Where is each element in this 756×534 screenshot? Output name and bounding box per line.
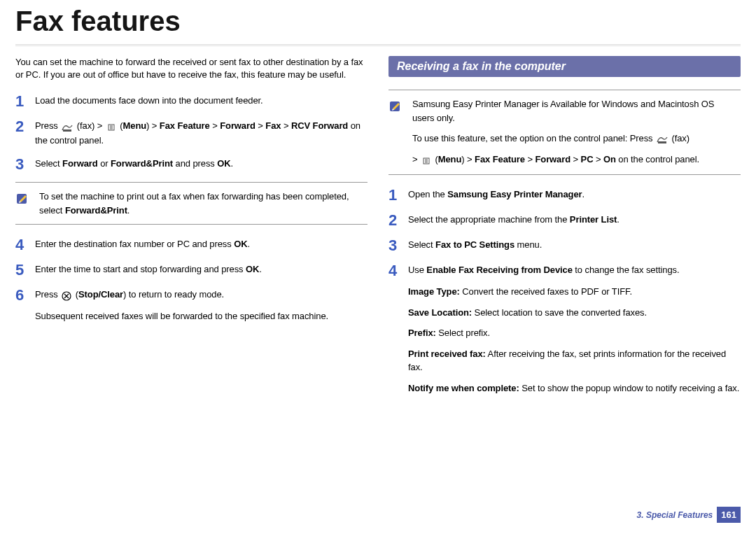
svg-rect-10 (658, 141, 666, 143)
step-1: 1 Open the Samsung Easy Printer Manager. (388, 188, 741, 203)
menu-icon (106, 120, 116, 134)
step-text: Enter the time to start and stop forward… (35, 262, 368, 278)
section-heading: Receiving a fax in the computer (388, 56, 741, 77)
sub-bullets: Image Type: Convert the received faxes t… (408, 285, 741, 395)
note-pencil-icon (388, 97, 412, 167)
note-box: To set the machine to print out a fax wh… (15, 182, 368, 225)
page-title: Fax features (0, 0, 756, 44)
step-text: Select Fax to PC Settings menu. (408, 238, 741, 253)
note-body: Samsung Easy Printer Manager is Availabl… (412, 97, 738, 167)
step-text: Select Forward or Forward&Print and pres… (35, 157, 368, 172)
step-1: 1 Load the documents face down into the … (15, 94, 368, 109)
step-number: 1 (388, 188, 408, 203)
note-box: Samsung Easy Printer Manager is Availabl… (388, 90, 741, 175)
step-2: 2 Select the appropriate machine from th… (388, 213, 741, 228)
step-number: 2 (388, 213, 408, 228)
chapter-label: 3. Special Features (637, 510, 713, 520)
stop-clear-icon (62, 288, 71, 302)
page-number: 161 (717, 507, 741, 523)
menu-icon (421, 153, 431, 167)
step-number: 6 (15, 288, 35, 323)
page-footer: 3. Special Features 161 (637, 507, 741, 523)
step-text: Enter the destination fax number or PC a… (35, 237, 368, 253)
fax-icon (62, 120, 73, 134)
step-number: 5 (15, 262, 35, 278)
step-text: Open the Samsung Easy Printer Manager. (408, 188, 741, 203)
step-text: Load the documents face down into the do… (35, 94, 368, 109)
step-4: 4 Use Enable Fax Receiving from Device t… (388, 263, 741, 402)
step-number: 1 (15, 94, 35, 109)
step-text: Press (Stop/Clear) to return to ready mo… (35, 288, 368, 323)
step-4: 4 Enter the destination fax number or PC… (15, 237, 368, 253)
step-2: 2 Press (fax) > (Menu) > Fax Feature > F… (15, 119, 368, 147)
step-text: Select the appropriate machine from the … (408, 213, 741, 228)
note-pencil-icon (15, 190, 39, 217)
title-divider (15, 44, 741, 46)
step-text: Press (fax) > (Menu) > Fax Feature > For… (35, 119, 368, 147)
step-text: Use Enable Fax Receiving from Device to … (408, 263, 741, 402)
step-number: 2 (15, 119, 35, 147)
step-3: 3 Select Forward or Forward&Print and pr… (15, 157, 368, 172)
content-columns: You can set the machine to forward the r… (0, 56, 756, 412)
fax-icon (657, 132, 668, 146)
left-column: You can set the machine to forward the r… (15, 56, 368, 412)
step-6: 6 Press (Stop/Clear) to return to ready … (15, 288, 368, 323)
intro-paragraph: You can set the machine to forward the r… (15, 56, 368, 81)
step-number: 3 (388, 238, 408, 253)
step-5: 5 Enter the time to start and stop forwa… (15, 262, 368, 278)
step-number: 4 (388, 263, 408, 402)
note-body: To set the machine to print out a fax wh… (39, 190, 365, 217)
svg-rect-0 (63, 129, 71, 132)
right-column: Receiving a fax in the computer Samsung … (388, 56, 741, 412)
step-number: 4 (15, 237, 35, 253)
step-3: 3 Select Fax to PC Settings menu. (388, 238, 741, 253)
step-number: 3 (15, 157, 35, 172)
